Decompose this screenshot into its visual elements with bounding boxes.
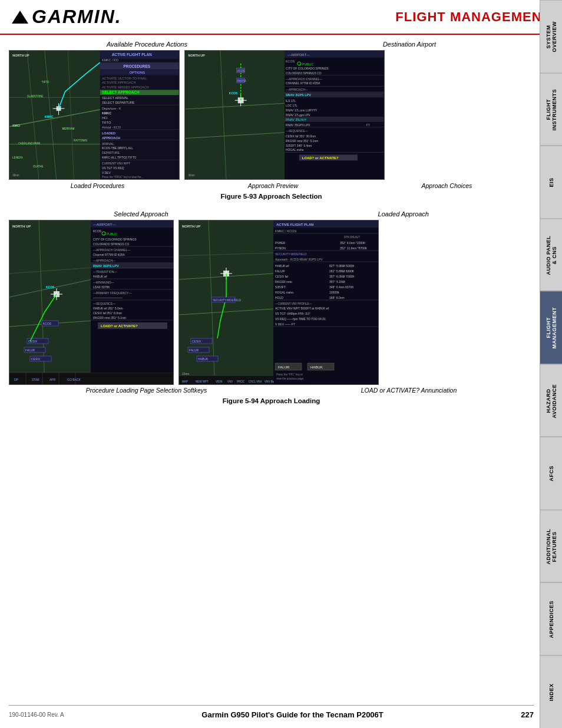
svg-text:COLORADO SPRINGS CO: COLORADO SPRINGS CO <box>93 242 130 246</box>
svg-text:FALUR: FALUR <box>278 365 290 369</box>
svg-text:352°  11.9nm *8700ft: 352° 11.9nm *8700ft <box>340 246 367 250</box>
svg-text:TIFTO: TIFTO <box>42 81 49 84</box>
svg-text:Approach - KCDS-RNAV 3GPS LPV: Approach - KCDS-RNAV 3GPS LPV <box>275 258 323 261</box>
svg-text:COLORADO SPRINGS CO: COLORADO SPRINGS CO <box>286 72 322 75</box>
page-title: FLIGHT MANAGEMENT <box>395 9 550 25</box>
svg-rect-162 <box>179 220 273 385</box>
figure2-screenshots: NORTH UP KCOS KCOS CESIX FALUR CESIX 50n… <box>9 220 534 385</box>
svg-text:KMCI: KMCI <box>12 124 20 127</box>
svg-text:S353FT          348°   0.4nm: S353FT 348° 0.4nm <box>286 144 312 147</box>
svg-text:KCOS: KCOS <box>93 229 102 233</box>
svg-text:HABUK: HABUK <box>198 357 209 361</box>
svg-text:APR: APR <box>49 378 56 381</box>
svg-text:CHANNEL 97799    ID K05A: CHANNEL 97799 ID K05A <box>286 82 320 85</box>
svg-text:HCI: HCI <box>102 116 108 120</box>
svg-text:RW25A: RW25A <box>237 80 246 83</box>
figure1-captions-below: Loaded Procedures Approach Preview Appro… <box>9 182 534 189</box>
sidebar-tab-hazard-avoidance[interactable]: HAZARDAVOIDANCE <box>540 364 562 437</box>
svg-text:V DEV              ——         : V DEV —— FT <box>275 322 295 326</box>
sidebar-tab-eis[interactable]: EIS <box>540 146 562 219</box>
svg-text:—APPROACH—: —APPROACH— <box>93 259 115 262</box>
svg-text:KMKC / KCOS: KMKC / KCOS <box>275 229 296 233</box>
figure1-label: Figure 5-93 Approach Selection <box>9 193 534 200</box>
sidebar-tab-system-overview[interactable]: SYSTEMOVERVIEW <box>540 0 562 73</box>
svg-text:PROCEDURES: PROCEDURES <box>124 64 151 68</box>
svg-text:RKGSR nmo   351°   5.1nm: RKGSR nmo 351° 5.1nm <box>286 140 318 143</box>
sidebar-tab-flight-management[interactable]: FLIGHTMANAGEMENT <box>540 291 562 364</box>
svg-text:HABUK wf: HABUK wf <box>93 275 107 278</box>
svg-text:348°  0.4nm  6370ft: 348° 0.4nm 6370ft <box>329 285 354 289</box>
svg-text:CESIX: CESIX <box>192 340 201 343</box>
caption-approach-preview: Approach Preview <box>248 182 298 189</box>
svg-text:168°  6.0nm: 168° 6.0nm <box>329 296 345 299</box>
svg-text:Press the "PROC" key to view t: Press the "PROC" key to view the... <box>102 176 143 179</box>
svg-text:—MINIMUMS—: —MINIMUMS— <box>93 281 114 284</box>
svg-text:FT: FT <box>366 124 370 127</box>
svg-text:ACTIVE FLIGHT PLAN: ACTIVE FLIGHT PLAN <box>112 52 152 57</box>
svg-text:SECURITY-WIDEFIELD: SECURITY-WIDEFIELD <box>213 299 242 302</box>
sidebar-tab-additional-features[interactable]: ADDITIONALFEATURES <box>540 510 562 583</box>
svg-text:V DEV: V DEV <box>102 172 111 174</box>
svg-text:LOADED: LOADED <box>102 131 115 135</box>
svg-text:—CURRENT VNV PROFILE—: —CURRENT VNV PROFILE— <box>275 302 312 305</box>
svg-text:NORTH UP: NORTH UP <box>182 225 200 228</box>
svg-text:GO BACK: GO BACK <box>67 378 81 381</box>
svg-text:SNAV 3GPS LPV: SNAV 3GPS LPV <box>286 93 311 97</box>
svg-text:RNAV 35LNvY: RNAV 35LNvY <box>286 118 307 121</box>
sidebar-tab-afcs[interactable]: AFCS <box>540 437 562 510</box>
screenshot-approach-selection-right: NORTH UP KCOS RW25A XCOS 30nm —AIRPORT— <box>184 50 385 180</box>
footer-page-number: 227 <box>521 710 534 719</box>
svg-text:—PRIMARY FREQUENCY—: —PRIMARY FREQUENCY— <box>93 291 131 295</box>
svg-text:FALUR: FALUR <box>25 348 35 352</box>
svg-text:—SEQUENCE—: —SEQUENCE— <box>286 130 308 133</box>
svg-text:RKGSR nmo 351°  5.1nm: RKGSR nmo 351° 5.1nm <box>93 316 126 319</box>
svg-text:KMKC: KMKC <box>102 111 111 115</box>
svg-text:VS REQ  ——fpm  TIME TO TOD  04: VS REQ ——fpm TIME TO TOD 04:31 <box>275 317 326 321</box>
svg-text:view the previous page.: view the previous page. <box>276 377 304 380</box>
figure-1-section: Available Procedure Actions Destination … <box>9 41 534 200</box>
sidebar-tab-audio-cns[interactable]: AUDIO PANEL& CNS <box>540 219 562 292</box>
svg-text:KMKC / KO: KMKC / KO <box>102 58 118 62</box>
svg-text:82T°  5.9NM  5000ft: 82T° 5.9NM 5000ft <box>329 264 355 268</box>
svg-text:PYNON: PYNON <box>275 246 286 250</box>
svg-text:CESIX faf: CESIX faf <box>275 275 289 278</box>
svg-text:KCOS: KCOS <box>46 285 55 289</box>
svg-text:35T°  5.1NM: 35T° 5.1NM <box>329 280 345 284</box>
svg-text:CESIX faf    351°  30.0nm: CESIX faf 351° 30.0nm <box>286 135 316 138</box>
svg-text:CESIX faf  351°  6.0nm: CESIX faf 351° 6.0nm <box>93 311 122 315</box>
svg-text:352°  9.0nm  *2000ft: 352° 9.0nm *2000ft <box>340 241 365 245</box>
svg-text:ACTIVE VNV WPT  5000FT at HABU: ACTIVE VNV WPT 5000FT at HABUK wf <box>275 307 329 310</box>
svg-text:NORTH UP: NORTH UP <box>189 54 206 57</box>
svg-text:RNAV 17L.uns LURYYY: RNAV 17L.uns LURYYY <box>286 109 318 112</box>
garmin-logo: GARMIN. <box>12 6 122 28</box>
svg-text:LOAD?  or  ACTIVATE?: LOAD? or ACTIVATE? <box>302 156 339 160</box>
svg-text:Departure - K: Departure - K <box>102 107 121 110</box>
caption-selected-approach: Selected Approach <box>114 210 168 218</box>
svg-text:HOLD: HOLD <box>275 296 283 299</box>
screenshot-loaded-approach: NORTH UP SECURITY-WIDEFIELD CESIX FALUR … <box>178 220 379 385</box>
svg-text:PROC: PROC <box>237 380 245 383</box>
header: GARMIN. FLIGHT MANAGEMENT <box>0 0 562 35</box>
svg-text:RAYTOWN: RAYTOWN <box>74 139 87 142</box>
svg-text:LOAD?  or  ACTIVATE?: LOAD? or ACTIVATE? <box>101 324 138 328</box>
svg-text:HABUK: HABUK <box>310 365 323 369</box>
svg-text:S353FT: S353FT <box>275 285 286 289</box>
sidebar-tab-appendices[interactable]: APPENDICES <box>540 582 562 655</box>
svg-text:ACTIVATE VECTOR-TO-FINAL: ACTIVATE VECTOR-TO-FINAL <box>102 77 147 80</box>
svg-text:TIFTO: TIFTO <box>102 121 111 124</box>
svg-text:Arrival - KCO: Arrival - KCO <box>102 126 121 129</box>
svg-text:CITY OF COLORADO SPRINGS: CITY OF COLORADO SPRINGS <box>93 238 137 241</box>
caption-destination-airport: Destination Airport <box>383 41 436 48</box>
svg-text:MERRIAM: MERRIAM <box>62 127 75 130</box>
svg-text:261°  5.8NM  6600ft: 261° 5.8NM 6600ft <box>329 269 354 273</box>
svg-text:OLATHE: OLATHE <box>33 165 43 168</box>
svg-text:ACTIVE FLIGHT PLAN: ACTIVE FLIGHT PLAN <box>276 223 313 226</box>
svg-text:ARRIVAL:: ARRIVAL: <box>102 143 115 146</box>
sidebar-tab-flight-instruments[interactable]: FLIGHTINSTRUMENTS <box>540 73 562 146</box>
svg-text:LDA0          3378ft: LDA0 3378ft <box>93 285 110 289</box>
screenshot-selected-approach: NORTH UP KCOS KCOS CESIX FALUR CESIX 50n… <box>9 220 174 385</box>
caption-procedure-loading: Procedure Loading Page Selection Softkey… <box>86 387 207 394</box>
sidebar-tab-index[interactable]: INDEX <box>540 655 562 729</box>
garmin-triangle-icon <box>12 11 28 24</box>
svg-text:PUBLIC: PUBLIC <box>107 232 117 236</box>
